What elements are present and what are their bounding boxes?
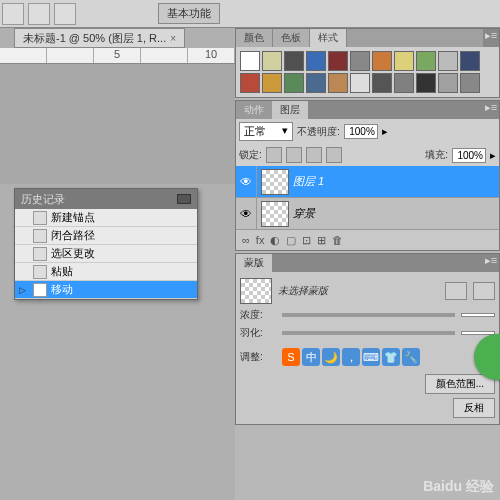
history-step-icon <box>33 265 47 279</box>
layer-action-icon[interactable]: ∞ <box>242 234 250 246</box>
density-slider[interactable] <box>282 313 455 317</box>
history-item[interactable]: 闭合路径 <box>15 227 197 245</box>
pixel-mask-button[interactable] <box>445 282 467 300</box>
style-swatch[interactable] <box>284 73 304 93</box>
style-swatch[interactable] <box>350 73 370 93</box>
layer-action-icon[interactable]: ⊡ <box>302 234 311 247</box>
layer-tabs: 动作 图层 ▸≡ <box>236 101 499 119</box>
layer-thumbnail[interactable] <box>261 201 289 227</box>
visibility-eye-icon[interactable]: 👁 <box>236 207 256 221</box>
style-swatch[interactable] <box>394 73 414 93</box>
tool-button[interactable] <box>28 3 50 25</box>
lock-pixels-icon[interactable] <box>286 147 302 163</box>
feather-slider[interactable] <box>282 331 455 335</box>
panel-header[interactable]: 历史记录 <box>15 189 197 209</box>
ime-icon[interactable]: 🌙 <box>322 348 340 366</box>
style-swatch[interactable] <box>416 51 436 71</box>
layer-row[interactable]: 👁穿景 <box>236 198 499 230</box>
style-swatch[interactable] <box>262 51 282 71</box>
panel-menu-icon[interactable]: ▸≡ <box>483 29 499 47</box>
tool-button[interactable] <box>54 3 76 25</box>
layer-thumbnail[interactable] <box>261 169 289 195</box>
mask-panel: 蒙版 ▸≡ 未选择蒙版 浓度: 羽化: 调整: <box>235 253 500 425</box>
workspace-selector[interactable]: 基本功能 <box>158 3 220 24</box>
ruler-tick <box>141 48 188 63</box>
history-item[interactable]: 选区更改 <box>15 245 197 263</box>
panel-menu-icon[interactable]: ▸≡ <box>483 254 499 272</box>
layer-action-icon[interactable]: fx <box>256 234 265 246</box>
document-tabs: 未标题-1 @ 50% (图层 1, R... × <box>14 28 185 48</box>
chevron-icon[interactable]: ▸ <box>382 125 388 138</box>
style-swatch[interactable] <box>438 73 458 93</box>
lock-all-icon[interactable] <box>326 147 342 163</box>
ime-icon[interactable]: 🔧 <box>402 348 420 366</box>
lock-transparent-icon[interactable] <box>266 147 282 163</box>
history-item[interactable]: 粘贴 <box>15 263 197 281</box>
style-swatch[interactable] <box>328 51 348 71</box>
style-swatch[interactable] <box>328 73 348 93</box>
invert-button[interactable]: 反相 <box>453 398 495 418</box>
collapse-icon[interactable] <box>177 194 191 204</box>
visibility-eye-icon[interactable]: 👁 <box>236 175 256 189</box>
history-item[interactable]: 新建锚点 <box>15 209 197 227</box>
style-swatch[interactable] <box>460 51 480 71</box>
lock-position-icon[interactable] <box>306 147 322 163</box>
history-item-label: 移动 <box>51 282 73 297</box>
layer-action-icon[interactable]: ▢ <box>286 234 296 247</box>
history-item-label: 粘贴 <box>51 264 73 279</box>
mask-thumbnail[interactable] <box>240 278 272 304</box>
document-tab[interactable]: 未标题-1 @ 50% (图层 1, R... × <box>14 28 185 48</box>
blend-mode-dropdown[interactable]: 正常▾ <box>239 122 293 141</box>
tool-button[interactable] <box>2 3 24 25</box>
opacity-input[interactable]: 100% <box>344 124 378 139</box>
history-step-icon <box>33 283 47 297</box>
style-swatch[interactable] <box>350 51 370 71</box>
fill-label: 填充: <box>425 148 448 162</box>
style-swatch[interactable] <box>306 73 326 93</box>
layer-action-icon[interactable]: ⊞ <box>317 234 326 247</box>
panel-menu-icon[interactable]: ▸≡ <box>483 101 499 119</box>
ime-icon[interactable]: ⌨ <box>362 348 380 366</box>
style-swatch[interactable] <box>240 73 260 93</box>
layer-action-icon[interactable]: 🗑 <box>332 234 343 246</box>
style-swatch[interactable] <box>416 73 436 93</box>
chevron-icon[interactable]: ▸ <box>490 149 496 162</box>
layer-footer: ∞fx◐▢⊡⊞🗑 <box>236 230 499 250</box>
style-swatch[interactable] <box>284 51 304 71</box>
ime-icon[interactable]: 中 <box>302 348 320 366</box>
style-swatch[interactable] <box>460 73 480 93</box>
tab-mask[interactable]: 蒙版 <box>236 254 272 272</box>
style-swatch[interactable] <box>438 51 458 71</box>
style-swatch[interactable] <box>262 73 282 93</box>
layer-row[interactable]: 👁图层 1 <box>236 166 499 198</box>
tab-swatches[interactable]: 色板 <box>273 29 310 47</box>
color-range-button[interactable]: 颜色范围... <box>425 374 495 394</box>
history-item-label: 新建锚点 <box>51 210 95 225</box>
tab-color[interactable]: 颜色 <box>236 29 273 47</box>
style-swatch[interactable] <box>372 51 392 71</box>
close-icon[interactable]: × <box>170 33 176 44</box>
ruler-tick <box>0 48 47 63</box>
layers-panel: 动作 图层 ▸≡ 正常▾ 不透明度: 100% ▸ 锁定: 填充: 100% ▸… <box>235 100 500 251</box>
style-swatch[interactable] <box>240 51 260 71</box>
history-item[interactable]: ▷移动 <box>15 281 197 299</box>
ime-icon[interactable]: 👕 <box>382 348 400 366</box>
tab-layers[interactable]: 图层 <box>272 101 308 119</box>
canvas-area[interactable] <box>0 64 235 184</box>
app-toolbar: 基本功能 <box>0 0 500 28</box>
ime-icon[interactable]: ， <box>342 348 360 366</box>
density-input[interactable] <box>461 313 495 317</box>
ime-icon[interactable]: S <box>282 348 300 366</box>
vector-mask-button[interactable] <box>473 282 495 300</box>
style-swatch[interactable] <box>306 51 326 71</box>
tab-styles[interactable]: 样式 <box>310 29 347 47</box>
ruler-tick: 10 <box>188 48 235 63</box>
arrow-icon: ▷ <box>19 285 29 295</box>
style-swatch[interactable] <box>394 51 414 71</box>
watermark: Baidu 经验 <box>423 478 494 496</box>
style-swatch[interactable] <box>372 73 392 93</box>
tab-actions[interactable]: 动作 <box>236 101 272 119</box>
fill-input[interactable]: 100% <box>452 148 486 163</box>
layer-action-icon[interactable]: ◐ <box>270 234 280 247</box>
document-tab-title: 未标题-1 @ 50% (图层 1, R... <box>23 31 166 46</box>
